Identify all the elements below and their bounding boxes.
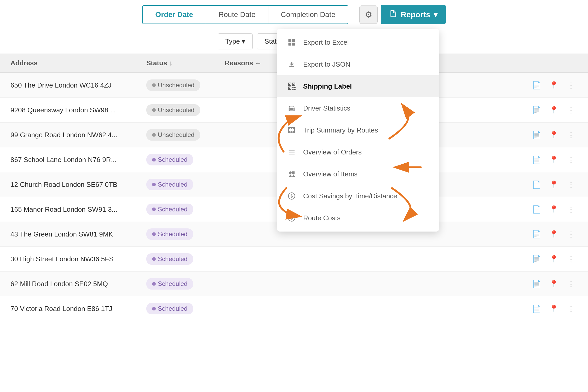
- svg-rect-29: [292, 171, 295, 174]
- location-icon[interactable]: 📍: [547, 252, 560, 266]
- tab-order-date[interactable]: Order Date: [143, 6, 206, 24]
- location-icon[interactable]: 📍: [547, 128, 560, 141]
- svg-rect-10: [292, 87, 294, 88]
- status-dot: [152, 83, 156, 87]
- tab-completion-date[interactable]: Completion Date: [268, 6, 348, 24]
- tab-route-date[interactable]: Route Date: [206, 6, 268, 24]
- main-container: Order Date Route Date Completion Date ⚙ …: [0, 0, 588, 392]
- status-badge: Unscheduled: [146, 79, 200, 91]
- table-row: 62 Mill Road London SE02 5MQ Scheduled 📄…: [0, 272, 588, 296]
- pdf-icon[interactable]: 📄: [530, 128, 543, 141]
- svg-text:$: $: [290, 194, 293, 198]
- svg-rect-2: [289, 43, 291, 45]
- status-dot: [152, 257, 156, 261]
- location-icon[interactable]: 📍: [547, 277, 560, 290]
- pdf-icon[interactable]: 📄: [530, 203, 543, 216]
- svg-rect-13: [294, 89, 296, 90]
- location-icon[interactable]: 📍: [547, 79, 560, 92]
- row-actions: 📄 📍 ⋮: [530, 103, 578, 117]
- svg-point-28: [289, 171, 292, 174]
- svg-marker-30: [289, 174, 292, 177]
- pdf-icon[interactable]: 📄: [530, 153, 543, 166]
- more-icon[interactable]: ⋮: [564, 302, 578, 315]
- type-filter[interactable]: Type ▾: [218, 33, 253, 49]
- row-actions: 📄 📍 ⋮: [530, 252, 578, 266]
- status-dot: [152, 183, 156, 186]
- more-icon[interactable]: ⋮: [564, 128, 578, 141]
- col-header-status: Status ↓: [146, 59, 225, 67]
- svg-rect-24: [293, 131, 294, 133]
- dropdown-item-label: Trip Summary by Routes: [303, 126, 378, 134]
- more-icon[interactable]: ⋮: [564, 228, 578, 241]
- more-icon[interactable]: ⋮: [564, 153, 578, 166]
- location-icon[interactable]: 📍: [547, 103, 560, 117]
- location-icon[interactable]: 📍: [547, 302, 560, 315]
- location-icon[interactable]: 📍: [547, 228, 560, 241]
- cell-status: Scheduled: [146, 154, 225, 165]
- dropdown-item-export-excel[interactable]: Export to Excel: [277, 31, 439, 53]
- dropdown-item-shipping-label[interactable]: Shipping Label: [277, 75, 439, 97]
- col-header-reasons: Reasons ←: [225, 59, 277, 67]
- car-icon: [286, 103, 297, 113]
- list-icon: [286, 147, 297, 157]
- dropdown-item-label: Driver Statistics: [303, 104, 350, 112]
- cell-status: Scheduled: [146, 278, 225, 290]
- pdf-icon[interactable]: 📄: [530, 302, 543, 315]
- more-icon[interactable]: ⋮: [564, 103, 578, 117]
- status-dot: [152, 207, 156, 211]
- location-icon[interactable]: 📍: [547, 203, 560, 216]
- status-dot: [152, 108, 156, 112]
- col-header-address: Address: [10, 59, 146, 67]
- svg-rect-22: [289, 131, 290, 133]
- dropdown-item-overview-items[interactable]: Overview of Items: [277, 163, 439, 185]
- dropdown-item-route-costs[interactable]: $ Route Costs: [277, 207, 439, 229]
- pdf-icon[interactable]: 📄: [530, 252, 543, 266]
- more-icon[interactable]: ⋮: [564, 252, 578, 266]
- pdf-icon[interactable]: 📄: [530, 277, 543, 290]
- dollar-circle-2-icon: $: [286, 213, 297, 223]
- row-actions: 📄 📍 ⋮: [530, 228, 578, 241]
- status-dot: [152, 282, 156, 286]
- row-actions: 📄 📍 ⋮: [530, 203, 578, 216]
- row-actions: 📄 📍 ⋮: [530, 302, 578, 315]
- more-icon[interactable]: ⋮: [564, 277, 578, 290]
- pdf-icon[interactable]: 📄: [530, 103, 543, 117]
- dropdown-item-label: Shipping Label: [303, 82, 352, 90]
- dropdown-item-cost-savings[interactable]: $ Cost Savings by Time/Distance: [277, 185, 439, 207]
- gear-button[interactable]: ⚙: [359, 5, 378, 24]
- status-badge: Scheduled: [146, 228, 193, 240]
- status-badge: Unscheduled: [146, 104, 200, 116]
- cell-status: Scheduled: [146, 179, 225, 190]
- more-icon[interactable]: ⋮: [564, 178, 578, 191]
- more-icon[interactable]: ⋮: [564, 203, 578, 216]
- dropdown-item-trip-summary[interactable]: Trip Summary by Routes: [277, 119, 439, 141]
- row-actions: 📄 📍 ⋮: [530, 153, 578, 166]
- cell-address: 165 Manor Road London SW91 3...: [10, 205, 146, 214]
- svg-rect-12: [292, 89, 294, 90]
- cell-address: 12 Church Road London SE67 0TB: [10, 181, 146, 189]
- reports-button[interactable]: Reports ▾: [381, 5, 446, 24]
- status-badge: Scheduled: [146, 154, 193, 165]
- dropdown-item-overview-orders[interactable]: Overview of Orders: [277, 141, 439, 163]
- pdf-icon[interactable]: 📄: [530, 178, 543, 191]
- download-icon: [286, 59, 297, 70]
- dropdown-item-driver-statistics[interactable]: Driver Statistics: [277, 97, 439, 119]
- dropdown-item-label: Export to Excel: [303, 38, 349, 47]
- cell-address: 867 School Lane London N76 9R...: [10, 156, 146, 164]
- svg-rect-26: [289, 152, 295, 153]
- location-icon[interactable]: 📍: [547, 178, 560, 191]
- status-badge: Scheduled: [146, 253, 193, 265]
- pdf-icon[interactable]: 📄: [530, 228, 543, 241]
- row-actions: 📄 📍 ⋮: [530, 79, 578, 92]
- location-icon[interactable]: 📍: [547, 153, 560, 166]
- cell-status: Scheduled: [146, 303, 225, 314]
- svg-rect-21: [293, 128, 294, 129]
- pdf-icon[interactable]: 📄: [530, 79, 543, 92]
- svg-rect-3: [292, 43, 295, 45]
- svg-rect-23: [291, 131, 292, 133]
- more-icon[interactable]: ⋮: [564, 79, 578, 92]
- gear-icon: ⚙: [365, 10, 372, 20]
- shapes-icon: [286, 169, 297, 179]
- svg-text:$: $: [290, 216, 293, 220]
- dropdown-item-export-json[interactable]: Export to JSON: [277, 53, 439, 75]
